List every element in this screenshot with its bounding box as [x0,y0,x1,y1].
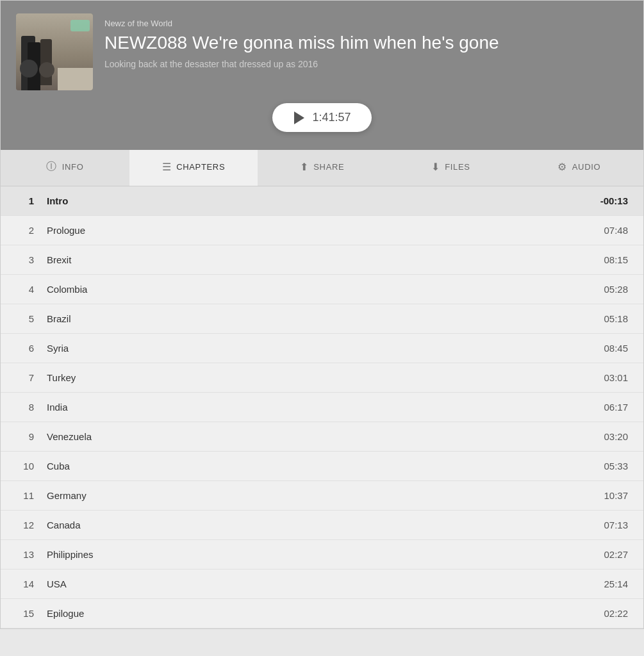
chapter-number: 12 [16,520,34,530]
chapter-time: 02:27 [593,549,628,560]
chapter-row[interactable]: 3Brexit08:15 [1,245,643,275]
tab-chapters-label: CHAPTERS [176,162,225,172]
chapter-number: 9 [16,431,34,442]
chapter-number: 3 [16,254,34,265]
chapter-row[interactable]: 11Germany10:37 [1,481,643,511]
chapter-row[interactable]: 13Philippines02:27 [1,540,643,570]
chapter-row[interactable]: 15Epilogue02:22 [1,599,643,628]
chapter-name: Turkey [47,372,580,383]
podcast-thumbnail [16,13,93,90]
chapter-row[interactable]: 5Brazil05:18 [1,304,643,334]
chapter-time: 06:17 [593,402,628,413]
audio-icon: ⚙ [557,161,567,173]
chapter-name: Venezuela [47,431,580,442]
tab-files-label: FILES [445,162,470,172]
chapter-time: -00:13 [593,195,628,206]
chapter-name: India [47,402,580,413]
chapter-time: 07:13 [593,520,628,530]
chapter-row[interactable]: 12Canada07:13 [1,511,643,540]
chapter-number: 8 [16,402,34,413]
chapter-name: Brazil [47,313,580,324]
info-icon: ⓘ [46,160,57,174]
chapter-number: 4 [16,284,34,295]
chapter-time: 08:45 [593,343,628,354]
chapter-number: 2 [16,225,34,236]
tab-audio-label: AUDIO [572,162,600,172]
duration-label: 1:41:57 [312,111,351,124]
chapter-name: Cuba [47,461,580,472]
chapter-time: 10:37 [593,490,628,501]
share-icon: ⬆ [300,161,309,173]
tab-info-label: INFO [62,162,84,172]
chapter-name: Colombia [47,284,580,295]
chapters-list: 1Intro-00:132Prologue07:483Brexit08:154C… [1,186,643,628]
chapter-row[interactable]: 8India06:17 [1,393,643,422]
chapter-number: 13 [16,549,34,560]
chapter-name: Canada [47,520,580,530]
chapter-row[interactable]: 1Intro-00:13 [1,186,643,216]
chapter-row[interactable]: 9Venezuela03:20 [1,422,643,452]
chapter-name: Germany [47,490,580,501]
chapter-time: 05:28 [593,284,628,295]
chapter-time: 25:14 [593,578,628,589]
tab-share[interactable]: ⬆ SHARE [258,150,386,186]
chapter-row[interactable]: 6Syria08:45 [1,334,643,363]
chapter-name: Brexit [47,254,580,265]
chapter-row[interactable]: 2Prologue07:48 [1,216,643,245]
tab-files[interactable]: ⬇ FILES [386,150,515,186]
chapter-number: 6 [16,343,34,354]
tab-audio[interactable]: ⚙ AUDIO [515,150,643,186]
chapter-number: 1 [16,195,34,206]
chapter-name: Syria [47,343,580,354]
player-area: 1:41:57 [16,90,628,132]
chapter-row[interactable]: 7Turkey03:01 [1,363,643,393]
chapter-number: 5 [16,313,34,324]
play-button[interactable]: 1:41:57 [272,103,371,132]
app-container: Newz of the World NEWZ088 We're gonna mi… [0,0,644,629]
chapter-number: 14 [16,578,34,589]
chapter-time: 02:22 [593,608,628,619]
chapter-row[interactable]: 14USA25:14 [1,570,643,599]
episode-info: Newz of the World NEWZ088 We're gonna mi… [104,13,499,69]
chapter-number: 10 [16,461,34,472]
episode-title: NEWZ088 We're gonna miss him when he's g… [104,32,499,54]
episode-header: Newz of the World NEWZ088 We're gonna mi… [1,1,643,150]
chapter-name: USA [47,578,580,589]
header-top: Newz of the World NEWZ088 We're gonna mi… [16,13,628,90]
chapter-name: Intro [47,195,580,206]
chapter-time: 03:01 [593,372,628,383]
chapter-row[interactable]: 10Cuba05:33 [1,452,643,481]
chapter-name: Prologue [47,225,580,236]
chapter-time: 05:18 [593,313,628,324]
chapters-icon: ☰ [162,161,172,173]
chapter-time: 05:33 [593,461,628,472]
tab-info[interactable]: ⓘ INFO [1,150,129,186]
play-icon [294,111,304,124]
chapter-number: 15 [16,608,34,619]
tab-bar: ⓘ INFO ☰ CHAPTERS ⬆ SHARE ⬇ FILES ⚙ AUDI… [1,150,643,186]
chapter-name: Epilogue [47,608,580,619]
chapter-time: 07:48 [593,225,628,236]
chapter-row[interactable]: 4Colombia05:28 [1,275,643,304]
chapter-number: 11 [16,490,34,501]
files-icon: ⬇ [431,161,440,173]
episode-description: Looking back at the desaster that dresse… [104,59,499,69]
chapter-time: 08:15 [593,254,628,265]
tab-chapters[interactable]: ☰ CHAPTERS [129,150,258,186]
chapter-number: 7 [16,372,34,383]
podcast-network: Newz of the World [104,19,499,28]
tab-share-label: SHARE [313,162,344,172]
chapter-time: 03:20 [593,431,628,442]
chapter-name: Philippines [47,549,580,560]
